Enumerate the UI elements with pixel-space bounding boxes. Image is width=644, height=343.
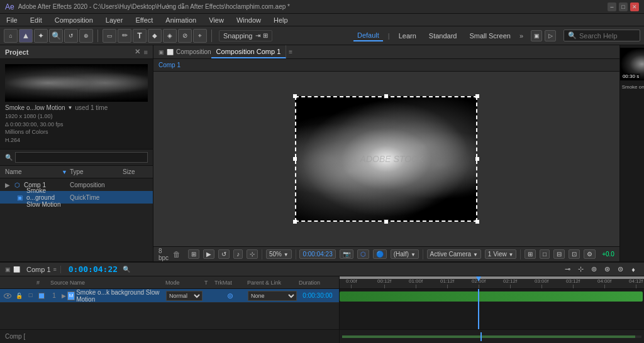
viewer-audio-btn[interactable]: ♪ [233, 249, 243, 259]
media-encode-btn[interactable]: ▷ [545, 30, 556, 41]
workspace-default[interactable]: Default [353, 30, 383, 41]
pen-tool[interactable]: ✦ [34, 29, 48, 43]
anchor-tool[interactable]: ⊕ [79, 29, 93, 43]
menu-window[interactable]: Window [234, 16, 264, 24]
expand-icon[interactable]: ▶ [5, 182, 10, 188]
tl-btn-6[interactable]: ♦ [628, 264, 639, 275]
select-tool[interactable]: ▲ [19, 29, 33, 43]
viewer-grid-btn[interactable]: ⊞ [525, 249, 536, 259]
layer-visibility[interactable] [3, 293, 13, 298]
tab-menu-icon[interactable]: ≡ [289, 48, 292, 55]
viewer-tab-comp1[interactable]: Composition Comp 1 [211, 45, 287, 58]
project-panel-menu-icon[interactable]: ≡ [144, 48, 148, 56]
search-area[interactable]: 🔍 [564, 30, 640, 41]
layer-lock[interactable]: 🔓 [14, 293, 24, 299]
puppet-tool[interactable]: ⌖ [193, 29, 207, 43]
workspace-standard[interactable]: Standard [425, 31, 461, 41]
project-item-smoke[interactable]: ▣ Smoke o...ground Slow Motion QuickTime [0, 191, 153, 204]
tl-btn-4[interactable]: ⊛ [601, 264, 613, 275]
zoom-tool[interactable]: 🔍 [49, 29, 63, 43]
rotate-tool[interactable]: ↺ [64, 29, 78, 43]
tl-btn-5[interactable]: ⊜ [614, 264, 626, 275]
dropdown-icon[interactable]: ▼ [68, 105, 73, 111]
text-tool[interactable]: T [133, 29, 147, 43]
viewer-zoom-btn[interactable]: 50% ▼ [266, 249, 292, 259]
handle-mid-right[interactable] [475, 156, 480, 161]
layer-label[interactable]: ☐ [25, 293, 35, 298]
layer-parent-select[interactable]: None [248, 291, 297, 301]
viewer-alpha-btn[interactable]: ⬡ [357, 249, 369, 259]
handle-bottom-left[interactable] [292, 219, 297, 224]
workspace-learn[interactable]: Learn [395, 31, 420, 41]
layer-expand-icon[interactable]: ▶ [62, 293, 66, 299]
trash-icon[interactable]: 🗑 [173, 250, 180, 259]
pen-path-tool[interactable]: ✏ [118, 29, 131, 43]
timecode-display[interactable]: 0:00:04:23 [299, 249, 335, 259]
brush-tool[interactable]: ⊘ [178, 29, 192, 43]
viewer-render-btn[interactable]: ⚙ [584, 249, 596, 259]
menu-help[interactable]: Help [271, 16, 291, 24]
viewer-channel-btn[interactable]: 🔵 [373, 249, 387, 259]
tl-btn-2[interactable]: ⊹ [575, 264, 586, 275]
layer-mode-cell[interactable]: Normal [165, 291, 203, 301]
search-input[interactable] [579, 32, 636, 40]
layer-mode-select[interactable]: Normal [166, 291, 203, 301]
fill-tool[interactable]: ◆ [148, 29, 162, 43]
viewer-preview2-btn[interactable]: ⊹ [247, 249, 258, 259]
handle-top-left[interactable] [292, 94, 297, 99]
comp-tab-label[interactable]: Comp 1 ≡ [23, 266, 61, 273]
viewer-quality-btn[interactable]: (Half) ▼ [391, 249, 419, 259]
menu-effect[interactable]: Effect [133, 16, 155, 24]
menu-composition[interactable]: Composition [52, 16, 96, 24]
viewer-loop-btn[interactable]: ↺ [218, 249, 230, 259]
project-item-comp1[interactable]: ▶ ⬡ Comp 1 Composition [0, 178, 153, 191]
eye-icon[interactable] [4, 293, 11, 298]
mini-playhead[interactable] [480, 332, 482, 341]
menu-animation[interactable]: Animation [163, 16, 199, 24]
menu-layer[interactable]: Layer [103, 16, 126, 24]
close-button[interactable]: ✕ [630, 3, 639, 11]
viewer-guides-btn[interactable]: ⊟ [553, 249, 565, 259]
project-panel-close-icon[interactable]: ✕ [135, 48, 140, 56]
handle-top-right[interactable] [475, 94, 480, 99]
project-search-input[interactable] [15, 152, 148, 163]
viewer-preview-btn[interactable]: ▶ [203, 249, 214, 259]
preview-thumbnail-right[interactable]: 00:30 s [620, 48, 644, 80]
render-queue-btn[interactable]: ▣ [531, 30, 542, 41]
menu-view[interactable]: View [206, 16, 226, 24]
handle-mid-left[interactable] [292, 156, 297, 161]
viewer-3d-btn[interactable]: ⊡ [569, 249, 580, 259]
quality-dropdown-icon[interactable]: ▼ [411, 252, 416, 258]
handle-top-mid[interactable] [384, 94, 389, 99]
timecode-search-icon[interactable]: 🔍 [123, 266, 130, 273]
layer-bar-smoke[interactable] [340, 291, 643, 302]
views-dropdown-icon[interactable]: ▼ [508, 252, 513, 258]
home-tool[interactable]: ⌂ [4, 29, 18, 43]
rect-tool[interactable]: ▭ [103, 29, 116, 43]
camera-dropdown-icon[interactable]: ▼ [473, 252, 478, 258]
playhead[interactable] [478, 289, 479, 329]
workspace-overflow[interactable]: » [519, 32, 523, 40]
maximize-button[interactable]: □ [619, 3, 628, 11]
viewer-views-btn[interactable]: 1 View ▼ [485, 249, 517, 259]
handle-bottom-mid[interactable] [384, 219, 389, 224]
layer-parent-cell[interactable]: None [247, 291, 297, 301]
viewer-snap-btn[interactable]: ⊞ [188, 249, 199, 259]
menu-file[interactable]: File [4, 16, 20, 24]
stroke-tool[interactable]: ◈ [163, 29, 177, 43]
col-sort-icon[interactable]: ▼ [62, 169, 67, 175]
minimize-button[interactable]: – [608, 3, 616, 11]
timeline-timecode[interactable]: 0:00:04:22 [69, 264, 118, 274]
breadcrumb-comp1[interactable]: Comp 1 [158, 62, 180, 68]
tl-btn-3[interactable]: ⊚ [588, 264, 599, 275]
layer-row-1[interactable]: 🔓 ☐ 1 ▶ M Smoke o...k background Slow Mo… [0, 289, 339, 303]
tl-btn-1[interactable]: ⊸ [562, 264, 573, 275]
menu-edit[interactable]: Edit [28, 16, 45, 24]
workspace-small-screen[interactable]: Small Screen [465, 31, 514, 41]
comp-tab-menu-icon[interactable]: ≡ [53, 266, 57, 273]
viewer-snapshot-btn[interactable]: 📷 [340, 249, 353, 259]
viewer-mask-btn[interactable]: □ [540, 249, 550, 259]
zoom-dropdown-icon[interactable]: ▼ [284, 252, 289, 258]
handle-bottom-right[interactable] [475, 219, 480, 224]
title-bar-controls[interactable]: – □ ✕ [608, 3, 639, 11]
